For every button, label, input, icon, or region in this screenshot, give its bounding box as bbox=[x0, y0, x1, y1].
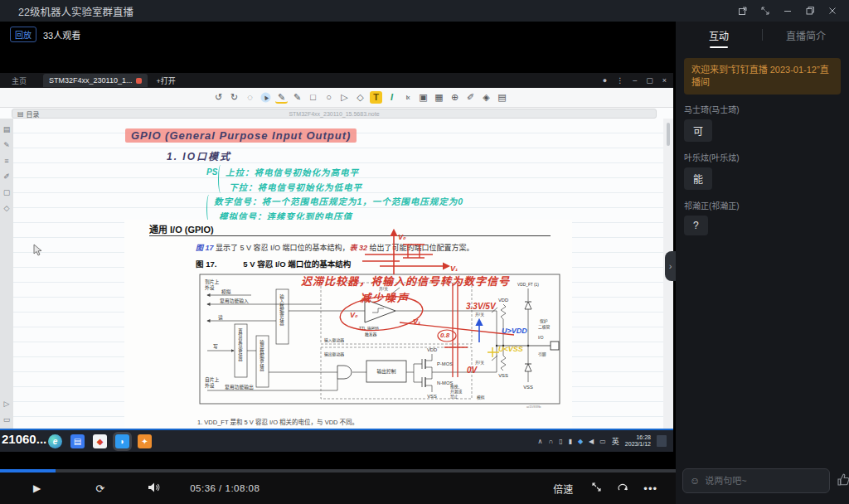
rotate-screen-button[interactable] bbox=[617, 482, 628, 495]
svg-text:VDD: VDD bbox=[498, 298, 508, 303]
layout-panel-icon[interactable]: ▭ bbox=[3, 415, 11, 424]
marker-tool-icon[interactable]: ✐ bbox=[464, 91, 477, 104]
hand-tool-icon[interactable]: ▷ bbox=[4, 400, 10, 408]
cursor-tool-icon[interactable]: ▲ bbox=[259, 90, 273, 104]
taskbar-edge-icon[interactable]: e bbox=[48, 434, 62, 448]
annotation-u-less: U<VSS bbox=[498, 345, 523, 353]
tab-home[interactable]: 主页 bbox=[12, 75, 27, 86]
tray-volume-icon[interactable]: ◀ bbox=[589, 438, 594, 445]
tray-network-icon[interactable]: ▭ bbox=[599, 438, 606, 445]
tab-interaction[interactable]: 互动 bbox=[676, 28, 762, 42]
toc-bar[interactable]: ▤ 目录 STM32F4xx_230110_15.5683.note bbox=[12, 109, 657, 119]
scrollbar-thumb[interactable] bbox=[667, 123, 670, 146]
app-account-icon[interactable]: ● bbox=[603, 73, 607, 88]
eraser-tool-icon[interactable]: ◈ bbox=[480, 91, 492, 104]
textbox-tool-icon[interactable]: ▣ bbox=[417, 91, 429, 104]
video-player-area[interactable]: 回放 33人观看 主页 STM32F4xx_230110_1... +打开 ●⋮… bbox=[0, 22, 676, 504]
notification-center-icon[interactable] bbox=[657, 435, 667, 447]
ellipse-tool-icon[interactable]: ○ bbox=[323, 91, 335, 104]
section-title: 通用 I/O (GPIO) bbox=[149, 222, 214, 235]
svg-text:置位/复位寄存器: 置位/复位寄存器 bbox=[238, 328, 243, 362]
tray-app-icon[interactable]: ◆ bbox=[578, 438, 583, 445]
svg-text:引脚: 引脚 bbox=[538, 351, 546, 357]
svg-text:开/关: 开/关 bbox=[475, 312, 484, 317]
play-button[interactable]: ▶ bbox=[33, 482, 41, 494]
welcome-banner: 欢迎来到“钉钉直播 2023-01-12”直播间 bbox=[684, 58, 841, 94]
reload-button[interactable]: ⟳ bbox=[95, 482, 104, 495]
chat-input[interactable] bbox=[705, 476, 822, 486]
notebook-tool-icon[interactable]: ▤ bbox=[496, 91, 508, 104]
tab-close-icon[interactable] bbox=[136, 78, 142, 84]
svg-text:V₀: V₀ bbox=[398, 233, 406, 241]
taskbar-time: 16:28 bbox=[636, 434, 651, 440]
tray-battery-icon[interactable]: ▮ bbox=[569, 438, 572, 445]
stream-watermark: 21060... bbox=[2, 432, 46, 446]
polygon-tool-icon[interactable]: ◇ bbox=[354, 91, 366, 104]
app-minimize-icon[interactable]: – bbox=[633, 73, 637, 88]
fullscreen-icon[interactable] bbox=[757, 3, 774, 18]
tray-clipboard-icon[interactable]: ▯ bbox=[559, 438, 562, 445]
page-panel-icon[interactable]: ▢ bbox=[3, 188, 11, 196]
app-close-icon[interactable]: × bbox=[662, 73, 667, 88]
tab-document[interactable]: STM32F4xx_230110_1... bbox=[43, 74, 148, 87]
ime-indicator[interactable]: 英 bbox=[612, 436, 619, 447]
handwritten-mode-line: 1. IO口模式 bbox=[167, 148, 231, 162]
like-button[interactable] bbox=[837, 472, 849, 490]
svg-text:复用功能输出: 复用功能输出 bbox=[225, 384, 254, 390]
popout-icon[interactable] bbox=[735, 3, 751, 18]
speed-button[interactable]: 倍速 bbox=[553, 482, 573, 496]
app-menu-icon[interactable]: ⋮ bbox=[616, 73, 623, 88]
tag-panel-icon[interactable]: ◇ bbox=[4, 204, 10, 212]
chat-input-container[interactable]: ☺ bbox=[682, 468, 830, 493]
italic-text-tool-icon[interactable]: I bbox=[386, 91, 398, 104]
fullscreen-button[interactable] bbox=[591, 482, 602, 495]
svg-text:输出控制: 输出控制 bbox=[376, 368, 395, 375]
volume-button[interactable] bbox=[148, 482, 160, 495]
svg-text:VDD_FT (1): VDD_FT (1) bbox=[517, 283, 539, 287]
rect-tool-icon[interactable]: □ bbox=[307, 91, 319, 104]
chat-sender-name: 祁瀚正(祁瀚正) bbox=[684, 199, 841, 211]
svg-text:I/O: I/O bbox=[538, 336, 544, 340]
brush-panel-icon[interactable]: ✐ bbox=[3, 172, 10, 181]
svg-text:外设: 外设 bbox=[205, 284, 215, 291]
undo-icon[interactable]: ↺ bbox=[212, 91, 225, 104]
bookmark-panel-icon[interactable]: ✎ bbox=[3, 141, 10, 149]
pen-tool-icon[interactable]: ✎ bbox=[275, 91, 288, 104]
tab-live-intro[interactable]: 直播简介 bbox=[763, 28, 849, 42]
handwritten-gpio-title: GPIO (General Purpose Input Output) bbox=[125, 128, 357, 143]
sidebar-collapse-handle[interactable]: › bbox=[665, 251, 676, 281]
close-icon[interactable] bbox=[824, 3, 841, 18]
windows-taskbar: e▤◆◗✦ ∧∩▯▮◆◀▭ 英 16:28 2023/1/12 bbox=[0, 429, 673, 452]
chat-message: 马士琦(马士琦) 可 bbox=[684, 103, 841, 142]
chat-input-row: ☺ bbox=[676, 464, 849, 504]
svg-text:二极管: 二极管 bbox=[538, 324, 551, 330]
minimize-icon[interactable] bbox=[779, 3, 796, 18]
open-file-button[interactable]: +打开 bbox=[156, 75, 175, 86]
outline-panel-icon[interactable]: ≡ bbox=[4, 157, 8, 165]
taskbar-reader-icon[interactable]: ◆ bbox=[93, 434, 107, 448]
triangle-tool-icon[interactable]: ▷ bbox=[338, 91, 351, 104]
notebook-panel-icon[interactable]: ▤ bbox=[3, 125, 11, 133]
emoji-icon[interactable]: ☺ bbox=[690, 475, 700, 487]
more-options-button[interactable]: ••• bbox=[643, 482, 657, 495]
taskbar-dingtalk-icon[interactable]: ◗ bbox=[115, 434, 129, 448]
chat-message: 叶乐炫(叶乐炫) 能 bbox=[684, 151, 841, 190]
app-maximize-icon[interactable]: ▢ bbox=[646, 73, 653, 88]
noteapp-tab-bar: 主页 STM32F4xx_230110_1... +打开 ●⋮–▢× bbox=[0, 73, 673, 88]
redo-icon[interactable]: ↻ bbox=[228, 91, 240, 104]
taskbar-docs-icon[interactable]: ▤ bbox=[70, 434, 85, 448]
taskbar-clock[interactable]: 16:28 2023/1/12 bbox=[625, 434, 651, 448]
web-tool-icon[interactable]: ⊕ bbox=[449, 91, 461, 104]
green-bracket bbox=[218, 165, 223, 193]
taskbar-office-icon[interactable]: ✦ bbox=[138, 434, 152, 448]
svg-text:P-MOS: P-MOS bbox=[437, 361, 453, 366]
pencil-tool-icon[interactable]: ✎ bbox=[291, 91, 303, 104]
chat-message-list[interactable]: 马士琦(马士琦) 可 叶乐炫(叶乐炫) 能 祁瀚正(祁瀚正) ? bbox=[676, 94, 849, 464]
maximize-icon[interactable] bbox=[802, 3, 818, 18]
image-tool-icon[interactable]: ▦ bbox=[433, 91, 445, 104]
text-style-tool-icon[interactable]: Ix bbox=[401, 91, 414, 104]
text-tool-icon[interactable]: T bbox=[370, 91, 382, 104]
tray-expand-icon[interactable]: ∧ bbox=[538, 438, 543, 445]
tray-headset-icon[interactable]: ∩ bbox=[548, 438, 553, 445]
lasso-icon[interactable]: ◌ bbox=[244, 91, 256, 104]
